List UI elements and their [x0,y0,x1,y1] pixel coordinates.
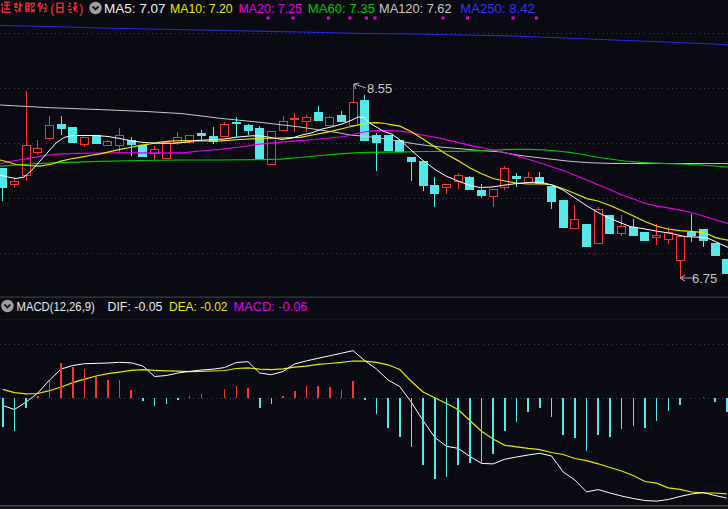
svg-text:MA10: 7.20: MA10: 7.20 [170,1,233,16]
svg-text:DIF: -0.05: DIF: -0.05 [108,299,163,314]
svg-text:MA5: 7.07: MA5: 7.07 [104,1,166,16]
svg-text:MA250: 8.42: MA250: 8.42 [460,1,535,16]
svg-text:8.55: 8.55 [367,81,392,96]
svg-text:DEA: -0.02: DEA: -0.02 [169,299,228,314]
svg-text:MACD: -0.06: MACD: -0.06 [234,299,308,314]
svg-text:): ) [79,1,83,16]
svg-text:(: ( [50,1,55,16]
svg-text:MA20: 7.25: MA20: 7.25 [239,1,302,16]
svg-text:MA60: 7.35: MA60: 7.35 [308,1,375,16]
svg-text:MA120: 7.62: MA120: 7.62 [379,1,452,16]
svg-text:MACD(12,26,9): MACD(12,26,9) [17,299,95,314]
svg-text:6.75: 6.75 [692,271,717,286]
